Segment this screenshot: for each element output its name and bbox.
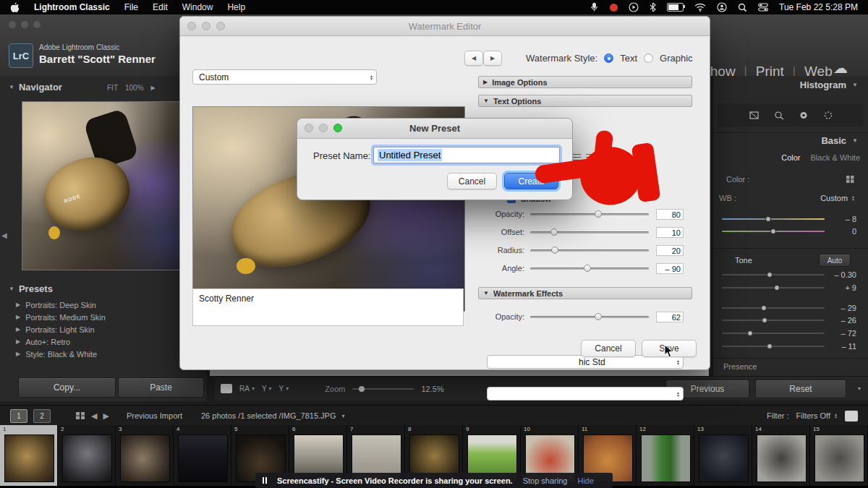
navigator-header[interactable]: ▼ Navigator bbox=[9, 82, 62, 93]
user-circle-icon[interactable] bbox=[717, 2, 727, 13]
go-forward-icon[interactable]: ▶ bbox=[103, 411, 109, 421]
menu-help[interactable]: Help bbox=[227, 2, 245, 12]
preset-item[interactable]: ▶Portraits: Deep Skin bbox=[0, 299, 206, 311]
temp-value[interactable]: – 8 bbox=[825, 215, 856, 223]
grid-icon[interactable] bbox=[75, 411, 85, 420]
control-center-icon[interactable] bbox=[758, 2, 768, 13]
minimize-icon[interactable] bbox=[319, 124, 328, 132]
sync-cloud-icon[interactable]: ☁ bbox=[833, 59, 848, 77]
treatment-color-option[interactable]: Color bbox=[781, 153, 800, 162]
fit-zoom-option[interactable]: FIT bbox=[107, 84, 118, 92]
filmstrip-thumb[interactable]: 12 bbox=[637, 425, 694, 486]
watermark-cancel-button[interactable]: Cancel bbox=[581, 340, 636, 357]
blacks-slider[interactable]: – 11 bbox=[722, 341, 856, 351]
thumb-photo[interactable] bbox=[120, 435, 170, 482]
whites-slider[interactable]: – 72 bbox=[722, 328, 856, 338]
toolbar-options-caret-icon[interactable]: ▾ bbox=[858, 385, 861, 392]
image-options-section-header[interactable]: ▶ Image Options bbox=[478, 76, 692, 88]
treatment-bw-option[interactable]: Black & White bbox=[811, 153, 860, 162]
filmstrip-thumb[interactable]: 1 bbox=[0, 425, 58, 486]
zoom-icon[interactable] bbox=[333, 124, 342, 132]
slider-knob[interactable] bbox=[747, 330, 753, 336]
preset-item[interactable]: ▶Portraits: Light Skin bbox=[0, 323, 206, 335]
window-minimize-icon[interactable] bbox=[21, 21, 28, 28]
slider-knob[interactable] bbox=[595, 313, 602, 320]
thumb-photo[interactable] bbox=[641, 435, 691, 482]
preset-item[interactable]: ▶Portraits: Medium Skin bbox=[0, 311, 206, 323]
thumb-photo[interactable] bbox=[62, 435, 112, 482]
wb-preset-dropdown[interactable]: Custom ▲▼ bbox=[820, 194, 855, 202]
auto-button[interactable]: Auto bbox=[819, 254, 851, 267]
left-panel-collapse-icon[interactable]: ◀ bbox=[1, 231, 7, 239]
slider-knob[interactable] bbox=[774, 285, 780, 291]
dialog-window-controls[interactable] bbox=[187, 22, 225, 30]
thumb-photo[interactable] bbox=[4, 435, 54, 482]
slider-knob[interactable] bbox=[767, 272, 773, 278]
dialog-window-controls[interactable] bbox=[305, 124, 342, 132]
thumb-photo[interactable] bbox=[699, 435, 749, 482]
minimize-icon[interactable] bbox=[202, 22, 210, 30]
compare-view-control[interactable]: Y ▾ bbox=[262, 385, 272, 393]
zoom-icon[interactable] bbox=[216, 22, 225, 30]
slider-value[interactable]: – 90 bbox=[656, 263, 684, 274]
navigator-zoom-level[interactable]: 100% bbox=[125, 84, 144, 92]
contrast-value[interactable]: + 9 bbox=[825, 283, 856, 292]
slider-knob[interactable] bbox=[762, 317, 767, 323]
histogram-header[interactable]: Histogram ▼ bbox=[713, 80, 858, 90]
zoom-slider[interactable] bbox=[352, 388, 414, 390]
filmstrip-thumb[interactable]: 15 bbox=[810, 425, 868, 486]
battery-icon[interactable] bbox=[667, 2, 684, 13]
contrast-slider[interactable]: + 9 bbox=[722, 283, 856, 293]
shadow-angle-slider[interactable] bbox=[530, 267, 649, 270]
radio-text-label[interactable]: Text bbox=[620, 53, 637, 64]
filmstrip-selection-info[interactable]: 26 photos /1 selected /IMG_7815.JPG bbox=[201, 411, 336, 420]
copy-button[interactable]: Copy... bbox=[18, 377, 116, 398]
close-icon[interactable] bbox=[187, 22, 196, 30]
menubar-clock[interactable]: Tue Feb 22 5:28 PM bbox=[779, 2, 858, 12]
slider-knob[interactable] bbox=[584, 265, 591, 272]
highlights-slider[interactable]: – 29 bbox=[722, 303, 856, 313]
thumb-photo[interactable] bbox=[814, 435, 864, 482]
filter-dropdown[interactable]: Filters Off ▲▼ bbox=[796, 411, 838, 420]
menu-edit[interactable]: Edit bbox=[153, 2, 168, 12]
radio-text-icon[interactable] bbox=[604, 53, 613, 63]
watermark-editor-titlebar[interactable]: Watermark Editor bbox=[180, 17, 710, 36]
primary-display-button[interactable]: 1 bbox=[10, 409, 27, 423]
masking-icon[interactable] bbox=[823, 111, 833, 120]
caret-down-icon[interactable]: ▾ bbox=[341, 413, 344, 419]
blacks-value[interactable]: – 11 bbox=[825, 342, 856, 351]
exposure-value[interactable]: – 0.30 bbox=[825, 270, 856, 279]
tint-slider[interactable]: 0 bbox=[722, 226, 856, 236]
filmstrip-thumb[interactable]: 3 bbox=[116, 425, 174, 486]
play-circle-icon[interactable] bbox=[629, 2, 639, 13]
window-close-icon[interactable] bbox=[9, 21, 16, 28]
filmstrip-thumb[interactable]: 4 bbox=[174, 425, 231, 486]
navigator-preview[interactable]: RODE bbox=[22, 101, 187, 270]
preset-item[interactable]: ▶Style: Black & White bbox=[0, 348, 206, 360]
filter-lock-icon[interactable] bbox=[845, 411, 858, 421]
secondary-display-button[interactable]: 2 bbox=[33, 409, 51, 423]
wifi-icon[interactable] bbox=[694, 2, 706, 13]
shadows-slider[interactable]: – 26 bbox=[722, 315, 856, 325]
zoom-slider-knob[interactable] bbox=[359, 386, 365, 392]
navigator-zoom-caret-icon[interactable]: ▶ bbox=[151, 85, 156, 91]
voice-icon[interactable] bbox=[590, 2, 599, 13]
slider-value[interactable]: 62 bbox=[656, 312, 684, 322]
watermark-effects-section-header[interactable]: ▼ Watermark Effects bbox=[478, 287, 692, 299]
filmstrip-source[interactable]: Previous Import bbox=[127, 411, 182, 420]
slider-knob[interactable] bbox=[761, 305, 767, 311]
apple-menu-icon[interactable] bbox=[10, 2, 20, 13]
preset-item[interactable]: ▶Auto+: Retro bbox=[0, 335, 206, 348]
presets-header[interactable]: ▼ Presets bbox=[9, 283, 53, 294]
stop-sharing-button[interactable]: Stop sharing bbox=[523, 476, 568, 485]
thumb-photo[interactable] bbox=[757, 435, 807, 482]
hide-button[interactable]: Hide bbox=[577, 476, 594, 485]
shadow-radius-slider[interactable] bbox=[530, 249, 649, 252]
paste-button[interactable]: Paste bbox=[118, 377, 204, 398]
survey-view-control[interactable]: Y ▾ bbox=[279, 385, 289, 393]
filmstrip-thumb[interactable]: 14 bbox=[752, 425, 810, 486]
slider-knob[interactable] bbox=[551, 247, 558, 254]
text-options-section-header[interactable]: ▼ Text Options bbox=[478, 95, 692, 107]
exposure-slider[interactable]: – 0.30 bbox=[722, 270, 856, 280]
slider-value[interactable]: 10 bbox=[656, 227, 684, 238]
